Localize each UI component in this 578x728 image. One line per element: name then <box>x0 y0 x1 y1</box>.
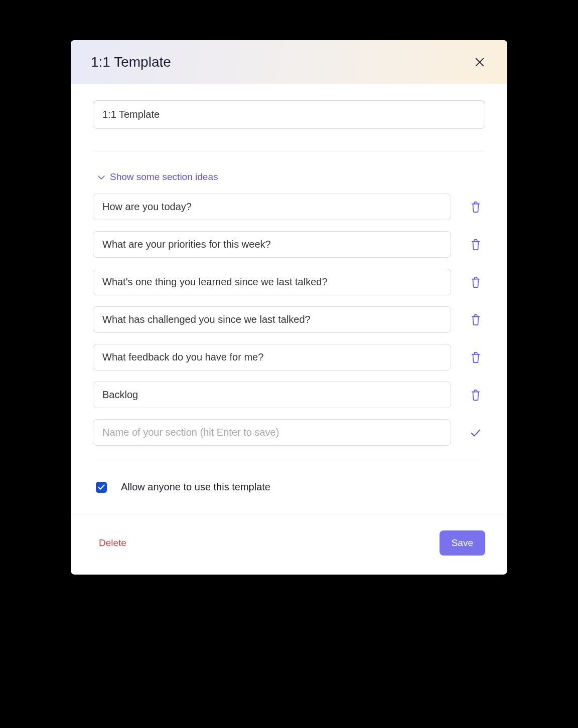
divider <box>93 151 485 151</box>
section-row <box>93 269 485 295</box>
section-row <box>93 306 485 333</box>
template-modal: 1:1 Template Show some section ideas <box>71 40 507 575</box>
confirm-section-button[interactable] <box>466 425 485 441</box>
trash-icon <box>470 351 481 363</box>
modal-footer: Delete Save <box>71 514 507 575</box>
delete-section-button[interactable] <box>466 199 485 215</box>
close-button[interactable] <box>472 55 487 70</box>
section-row <box>93 231 485 258</box>
section-name-input[interactable] <box>93 382 451 408</box>
modal-body: Show some section ideas <box>71 84 507 514</box>
check-icon <box>470 427 481 439</box>
delete-section-button[interactable] <box>466 312 485 328</box>
trash-icon <box>470 276 481 288</box>
section-name-input[interactable] <box>93 344 451 371</box>
delete-button[interactable]: Delete <box>93 534 132 552</box>
checkmark-icon <box>98 483 105 492</box>
trash-icon <box>470 239 481 251</box>
trash-icon <box>470 201 481 213</box>
section-name-input[interactable] <box>93 306 451 333</box>
delete-section-button[interactable] <box>466 387 485 403</box>
delete-section-button[interactable] <box>466 274 485 290</box>
delete-section-button[interactable] <box>466 349 485 366</box>
close-icon <box>474 57 485 68</box>
show-section-ideas-label: Show some section ideas <box>110 171 218 183</box>
section-name-input[interactable] <box>93 194 451 220</box>
allow-anyone-label: Allow anyone to use this template <box>121 481 270 493</box>
allow-anyone-checkbox[interactable] <box>96 482 107 493</box>
template-name-input[interactable] <box>93 100 485 129</box>
section-row <box>93 382 485 408</box>
delete-section-button[interactable] <box>466 237 485 253</box>
allow-anyone-row: Allow anyone to use this template <box>93 460 485 514</box>
sections-list <box>93 194 485 408</box>
section-name-input[interactable] <box>93 269 451 295</box>
trash-icon <box>470 389 481 401</box>
modal-title: 1:1 Template <box>91 54 171 70</box>
chevron-down-icon <box>98 171 105 183</box>
new-section-row <box>93 419 485 446</box>
modal-header: 1:1 Template <box>71 40 507 84</box>
section-row <box>93 194 485 220</box>
section-row <box>93 344 485 371</box>
section-name-input[interactable] <box>93 231 451 258</box>
trash-icon <box>470 314 481 326</box>
save-button[interactable]: Save <box>440 530 485 556</box>
new-section-input[interactable] <box>93 419 451 446</box>
show-section-ideas-link[interactable]: Show some section ideas <box>98 171 218 183</box>
